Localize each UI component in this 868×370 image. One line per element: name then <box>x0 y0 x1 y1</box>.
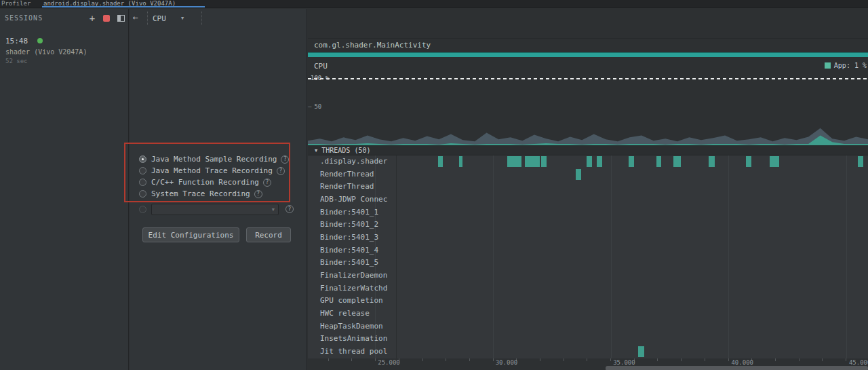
thread-name: HeapTaskDaemon <box>320 322 383 331</box>
scrollbar-thumb[interactable] <box>606 366 868 370</box>
recording-option-row[interactable]: System Trace Recording? <box>139 188 302 200</box>
profiler-toolbar: ← CPU ▼ <box>130 9 307 28</box>
sessions-title: SESSIONS <box>5 14 43 22</box>
thread-activity-block <box>673 156 681 167</box>
help-icon[interactable]: ? <box>277 167 285 175</box>
thread-activity-block <box>525 156 540 167</box>
thread-row[interactable]: InsetsAnimation <box>308 333 868 346</box>
cpu-chart-svg <box>308 79 868 145</box>
thread-activity-block <box>629 156 633 167</box>
activity-timeline-row: com.gl.shader.MainActivity <box>308 38 868 52</box>
axis-tick <box>540 358 540 361</box>
help-icon[interactable]: ? <box>281 155 289 164</box>
profiler-view-dropdown[interactable]: CPU ▼ <box>153 12 197 25</box>
cpu-options-panel: ← CPU ▼ Java Method Sample Recording?Jav… <box>130 9 307 370</box>
tab-profiler[interactable]: Profiler <box>1 0 31 7</box>
axis-tick <box>705 358 705 361</box>
thread-row[interactable]: Binder:5401_1 <box>308 206 868 219</box>
thread-name: Binder:5401_5 <box>320 258 378 267</box>
thread-row[interactable]: Jit thread pool <box>308 346 868 358</box>
thread-name: Binder:5401_4 <box>320 246 378 255</box>
session-list-item[interactable]: 15:48 shader (Vivo V2047A) 52 sec <box>0 28 128 64</box>
back-arrow-icon[interactable]: ← <box>133 12 138 22</box>
recording-option-row[interactable]: C/C++ Function Recording? <box>139 177 302 188</box>
radio-button[interactable] <box>139 167 146 174</box>
axis-tick <box>610 358 611 361</box>
thread-row[interactable]: FinalizerDaemon <box>308 270 868 282</box>
thread-row[interactable]: Binder:5401_4 <box>308 244 868 257</box>
chevron-down-icon: ▼ <box>181 16 184 21</box>
cpu-section-header: CPU App: 1 % <box>308 57 868 73</box>
collapse-panel-icon[interactable] <box>115 13 126 24</box>
active-tab-underline <box>42 6 205 7</box>
session-duration: 52 sec <box>5 58 123 64</box>
threads-rows: .display.shaderRenderThreadRenderThreadA… <box>308 155 868 358</box>
thread-activity-block <box>576 169 581 180</box>
thread-activity-block <box>507 156 521 167</box>
axis-tick <box>328 358 329 361</box>
help-icon[interactable]: ? <box>263 179 271 187</box>
axis-tick <box>681 358 682 361</box>
axis-tick <box>375 358 376 361</box>
thread-name: InsetsAnimation <box>320 334 387 343</box>
thread-row[interactable]: FinalizerWatchd <box>308 282 868 295</box>
thread-activity-block <box>597 156 601 167</box>
thread-row[interactable]: ADB-JDWP Connec <box>308 193 868 206</box>
cpu-section-label: CPU <box>314 62 328 71</box>
thread-activity-block <box>770 156 778 167</box>
radio-button[interactable] <box>139 190 146 198</box>
thread-name: Jit thread pool <box>320 347 387 356</box>
cpu-legend: App: 1 % <box>825 62 867 69</box>
cpu-usage-chart[interactable]: 100 % 50 <box>308 73 868 145</box>
add-session-icon[interactable]: + <box>87 13 98 24</box>
help-icon[interactable]: ? <box>254 190 262 198</box>
thread-activity-block <box>656 156 661 167</box>
sessions-panel: SESSIONS + 15:48 shader (Vivo V2047A) 52… <box>0 9 129 370</box>
thread-row[interactable]: Binder:5401_5 <box>308 257 868 270</box>
axis-time-label: 45.000 <box>849 359 868 366</box>
thread-activity-block <box>709 156 714 167</box>
recording-option-label: System Trace Recording <box>151 189 250 198</box>
edit-configurations-button[interactable]: Edit Configurations <box>142 227 239 242</box>
thread-name: Binder:5401_2 <box>320 220 378 229</box>
session-live-dot <box>37 38 43 43</box>
recording-option-label: C/C++ Function Recording <box>151 178 259 187</box>
thread-row[interactable]: RenderThread <box>308 168 868 181</box>
radio-button[interactable] <box>139 179 146 186</box>
thread-name: RenderThread <box>320 182 374 191</box>
recording-option-row[interactable]: Java Method Sample Recording? <box>139 153 302 165</box>
thread-row[interactable]: HWC release <box>308 308 868 320</box>
custom-config-dropdown[interactable]: ▼ <box>151 204 279 215</box>
axis-tick <box>493 358 494 361</box>
thread-name: HWC release <box>320 309 370 318</box>
thread-row[interactable]: Binder:5401_3 <box>308 232 868 244</box>
axis-tick <box>564 358 564 361</box>
axis-tick <box>775 358 776 361</box>
thread-row[interactable]: GPU completion <box>308 295 868 308</box>
axis-tick <box>469 358 470 361</box>
legend-app-label: App: 1 % <box>834 62 867 69</box>
axis-time-label: 25.000 <box>378 359 400 366</box>
threads-section-header[interactable]: ▼ THREADS (50) <box>308 145 868 155</box>
sessions-header: SESSIONS + <box>0 9 128 28</box>
thread-row[interactable]: Binder:5401_2 <box>308 219 868 232</box>
thread-name: ADB-JDWP Connec <box>320 195 387 204</box>
radio-button[interactable] <box>139 155 146 163</box>
axis-tick <box>728 358 729 361</box>
thread-row[interactable]: RenderThread <box>308 181 868 193</box>
thread-name: GPU completion <box>320 296 383 305</box>
axis-tick <box>446 358 446 361</box>
thread-row[interactable]: HeapTaskDaemon <box>308 320 868 333</box>
recording-option-row[interactable]: Java Method Trace Recording? <box>139 165 302 177</box>
thread-name: FinalizerWatchd <box>320 284 387 293</box>
custom-config-radio[interactable] <box>139 206 146 213</box>
activity-name: com.gl.shader.MainActivity <box>314 41 431 50</box>
thread-activity-block <box>858 156 863 167</box>
toolbar-separator <box>147 12 148 25</box>
stop-session-icon[interactable] <box>101 13 112 24</box>
thread-row[interactable]: .display.shader <box>308 155 868 168</box>
thread-activity-block <box>438 156 443 167</box>
time-axis: 25.00030.00035.00040.00045.000 <box>308 358 868 366</box>
record-button[interactable]: Record <box>246 227 291 242</box>
help-icon[interactable]: ? <box>285 205 294 213</box>
